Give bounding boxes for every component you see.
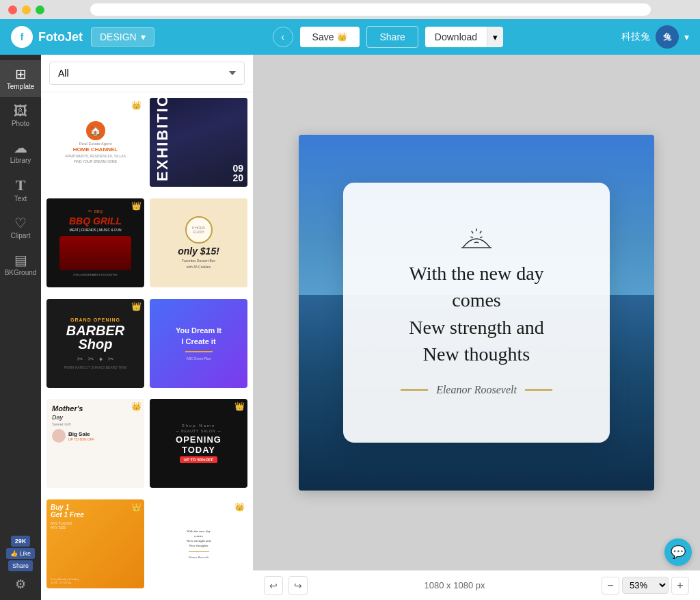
template-icon: ⊞ [15, 67, 27, 81]
canvas-author: Eleanor Roosevelt [436, 384, 517, 396]
sidebar-bottom: 29K 👍 Like Share ⚙ [6, 536, 35, 600]
template-item-barber[interactable]: GRAND OPENING BARBERShop ✂ ✂ ♦ ✂ PERM HA… [46, 299, 144, 388]
logo-text: FotoJet [38, 30, 83, 44]
zoom-controls: − 53% 75% 100% + [602, 577, 689, 595]
redo-button[interactable]: ↪ [288, 576, 308, 595]
like-widget-sidebar: 29K 👍 Like Share [6, 536, 35, 571]
header-right: 科技兔 兔 ▾ [621, 25, 689, 49]
bkground-label: BKGround [5, 269, 37, 276]
crown-icon: 👑 [337, 32, 347, 42]
svg-line-4 [472, 231, 473, 233]
sidebar-item-photo[interactable]: 🖼 Photo [0, 97, 41, 134]
svg-line-1 [480, 231, 481, 233]
chat-button[interactable]: 💬 [664, 538, 692, 566]
filter-select[interactable]: All Social Media Blog Poster Banner [49, 62, 245, 85]
minimize-button[interactable] [22, 5, 31, 14]
settings-icon[interactable]: ⚙ [15, 577, 26, 592]
template-item-dream[interactable]: You Dream ItI Create it ABC Event Plan [150, 299, 247, 388]
download-label: Download [435, 31, 477, 42]
save-button[interactable]: Save 👑 [300, 27, 360, 47]
back-arrow-icon: ‹ [281, 31, 284, 42]
library-label: Library [10, 157, 31, 164]
titlebar [0, 0, 700, 19]
user-menu-icon[interactable]: ▾ [684, 31, 689, 42]
maximize-button[interactable] [36, 5, 44, 14]
canvas-sun-icon [456, 229, 497, 252]
sidebar-item-template[interactable]: ⊞ Template [0, 60, 41, 97]
crown-badge-5: 👑 [234, 402, 245, 411]
crown-badge-3: 👑 [131, 302, 142, 311]
template-item-real-estate[interactable]: 🏠 Real Estate Agent HOME CHANNEL APARTME… [46, 98, 144, 187]
share-button-sidebar[interactable]: Share [8, 560, 33, 571]
zoom-minus-icon: − [607, 579, 613, 592]
nav-back-button[interactable]: ‹ [273, 27, 293, 47]
sidebar-item-clipart[interactable]: ♡ Clipart [0, 209, 41, 246]
template-item-salon[interactable]: Shop Name — BEAUTY SALON — OPENINGTODAY … [150, 399, 247, 488]
redo-icon: ↪ [294, 580, 302, 591]
canvas-author-line: Eleanor Roosevelt [401, 384, 552, 396]
sidebar-item-text[interactable]: T Text [0, 171, 41, 209]
undo-icon: ↩ [269, 580, 278, 591]
crown-badge-1: 👑 [131, 101, 142, 110]
library-icon: ☁ [14, 141, 27, 155]
template-item-exhibition[interactable]: EXHIBITION 0920 [150, 98, 247, 187]
share-label: Share [379, 31, 405, 42]
svg-line-5 [470, 236, 472, 239]
templates-grid: 🏠 Real Estate Agent HOME CHANNEL APARTME… [41, 92, 253, 600]
template-item-quote[interactable]: With the new daycomesNew strength andNew… [150, 499, 247, 588]
bottom-bar-left: ↩ ↪ [264, 576, 308, 595]
user-avatar[interactable]: 兔 [656, 25, 679, 49]
header-center: ‹ Save 👑 Share Download ▾ [163, 26, 613, 48]
templates-panel: All Social Media Blog Poster Banner 🏠 Re… [41, 55, 253, 600]
svg-line-6 [474, 242, 476, 244]
bkground-icon: ▤ [14, 253, 27, 267]
username: 科技兔 [621, 31, 650, 43]
canvas-dimensions: 1080 x 1080 px [425, 580, 485, 590]
download-arrow-button[interactable]: ▾ [487, 27, 503, 47]
photo-icon: 🖼 [14, 104, 27, 118]
template-label: Template [7, 83, 35, 90]
templates-filter: All Social Media Blog Poster Banner [41, 55, 253, 92]
design-dropdown[interactable]: DESIGN ▾ [91, 27, 154, 47]
design-label: DESIGN [100, 31, 137, 42]
template-item-bbq[interactable]: ✂ BBQ BBQ GRILL MEAT | FRIENDS | MUSIC &… [46, 198, 144, 287]
sidebar-icons: ⊞ Template 🖼 Photo ☁ Library T Text ♡ Cl… [0, 55, 41, 600]
clipart-label: Clipart [11, 232, 31, 239]
sidebar-item-bkground[interactable]: ▤ BKGround [0, 246, 41, 283]
share-button[interactable]: Share [366, 26, 418, 48]
app-header: f FotoJet DESIGN ▾ ‹ Save 👑 Share Downlo… [0, 19, 700, 55]
template-item-buy1[interactable]: Buy 1Get 1 Free ANY FLAVORANY SIZE Every… [46, 499, 144, 588]
logo-icon: f [11, 26, 33, 48]
crown-badge-6: 👑 [131, 502, 142, 512]
canvas-quote-text: With the new day comes New strength and … [409, 260, 544, 367]
canvas-design[interactable]: With the new day comes New strength and … [299, 135, 654, 491]
download-group: Download ▾ [425, 27, 503, 47]
main-layout: ⊞ Template 🖼 Photo ☁ Library T Text ♡ Cl… [0, 55, 700, 600]
crown-badge-2: 👑 [131, 201, 142, 211]
like-button[interactable]: 👍 Like [6, 548, 35, 559]
svg-line-2 [480, 236, 482, 239]
undo-button[interactable]: ↩ [264, 576, 283, 595]
canvas-bottom-bar: ↩ ↪ 1080 x 1080 px − 53% 75% 100% [253, 570, 700, 600]
author-dash-left [401, 389, 428, 391]
zoom-out-button[interactable]: − [602, 577, 619, 595]
text-label: Text [14, 195, 27, 203]
zoom-plus-icon: + [677, 579, 683, 592]
logo-area: f FotoJet [11, 26, 83, 48]
text-icon: T [16, 178, 26, 193]
author-dash-right [525, 389, 552, 391]
canvas-area: With the new day comes New strength and … [253, 55, 700, 600]
canvas-card: With the new day comes New strength and … [343, 183, 610, 443]
download-dropdown-icon: ▾ [493, 32, 498, 42]
zoom-in-button[interactable]: + [671, 577, 689, 595]
dropdown-arrow-icon: ▾ [141, 31, 146, 42]
template-item-dessert[interactable]: 6 HOUR FLASH only $15! Favorites Dessert… [150, 198, 247, 287]
download-button[interactable]: Download [425, 27, 487, 47]
template-item-mothers[interactable]: Mother's Day Sweet Gift Big Sale UP TO 8… [46, 399, 144, 488]
sidebar-item-library[interactable]: ☁ Library [0, 134, 41, 171]
photo-label: Photo [12, 120, 29, 127]
url-bar[interactable] [90, 3, 651, 16]
close-button[interactable] [8, 5, 17, 14]
chat-icon: 💬 [671, 545, 686, 560]
zoom-select[interactable]: 53% 75% 100% [622, 577, 669, 594]
